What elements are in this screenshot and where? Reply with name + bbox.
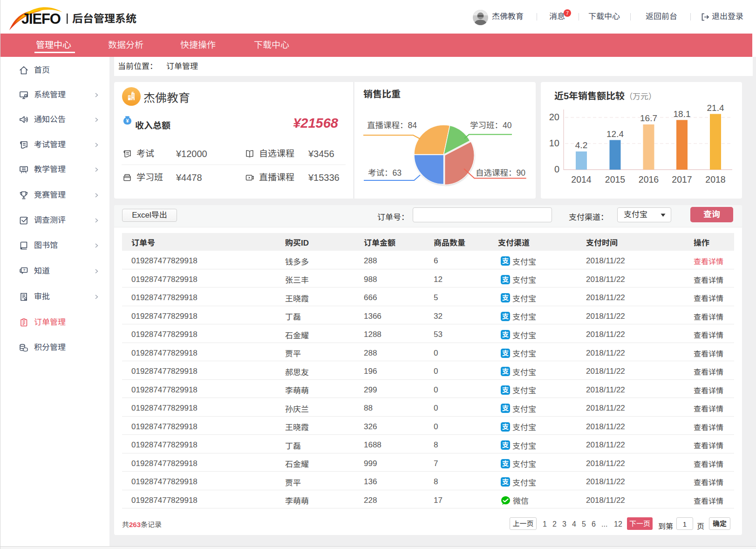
svg-text:10: 10 xyxy=(549,138,559,148)
svg-text:支: 支 xyxy=(502,440,509,449)
svg-text:支: 支 xyxy=(502,275,509,284)
svg-text:支: 支 xyxy=(502,422,509,431)
svg-text:支: 支 xyxy=(502,404,509,412)
svg-text:支: 支 xyxy=(502,459,509,468)
svg-text:21.4: 21.4 xyxy=(707,103,724,113)
svg-text:16.7: 16.7 xyxy=(640,113,657,123)
svg-text:?: ? xyxy=(23,268,26,272)
svg-text:JIEFO: JIEFO xyxy=(21,11,61,27)
svg-text:18.1: 18.1 xyxy=(674,109,691,119)
svg-text:后台管理系统: 后台管理系统 xyxy=(72,10,136,26)
svg-text:0: 0 xyxy=(554,164,559,174)
svg-text:支: 支 xyxy=(502,293,509,302)
svg-text:支: 支 xyxy=(502,256,509,265)
svg-text:支: 支 xyxy=(502,367,509,376)
svg-text:20: 20 xyxy=(549,112,559,122)
svg-text:2016: 2016 xyxy=(639,174,659,185)
svg-text:支: 支 xyxy=(502,477,509,486)
svg-text:支: 支 xyxy=(502,312,509,321)
svg-text:12.4: 12.4 xyxy=(606,129,624,139)
svg-text:¥: ¥ xyxy=(126,118,129,124)
svg-text:2017: 2017 xyxy=(672,174,692,185)
svg-text:2018: 2018 xyxy=(705,174,725,185)
svg-text:支: 支 xyxy=(502,385,509,394)
svg-text:2015: 2015 xyxy=(605,174,626,185)
svg-text:2014: 2014 xyxy=(571,174,592,185)
svg-text:4.2: 4.2 xyxy=(575,140,587,150)
svg-text:支: 支 xyxy=(502,330,509,339)
svg-text:支: 支 xyxy=(502,349,509,357)
